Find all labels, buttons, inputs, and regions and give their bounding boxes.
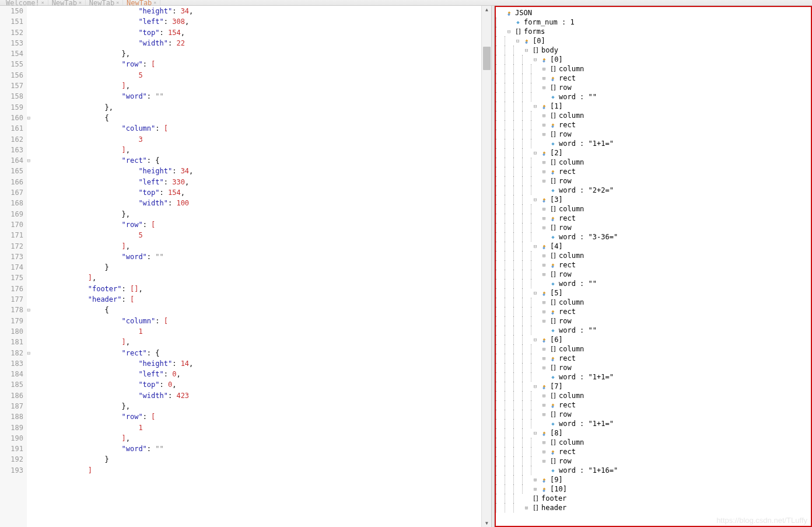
- expand-icon[interactable]: ⊞: [540, 167, 548, 176]
- collapse-icon[interactable]: ⊟: [531, 148, 540, 158]
- tree-node[interactable]: ⊞row: [496, 456, 811, 466]
- tree-node[interactable]: word : "": [496, 326, 811, 335]
- tree-node[interactable]: ⊞[10]: [496, 484, 811, 494]
- expand-icon[interactable]: ⊞: [540, 363, 548, 372]
- close-icon[interactable]: ✕: [41, 0, 44, 6]
- tree-node[interactable]: ⊞row: [496, 130, 811, 139]
- code-line[interactable]: },: [37, 209, 491, 219]
- tree-node[interactable]: ⊞rect: [496, 260, 811, 270]
- scroll-up-icon[interactable]: ▲: [484, 7, 489, 12]
- expand-icon[interactable]: ⊞: [540, 456, 548, 466]
- tree-node[interactable]: ⊞rect: [496, 307, 811, 316]
- code-line[interactable]: {: [37, 113, 491, 123]
- tree-node[interactable]: word : "1+1=": [496, 419, 811, 428]
- tab-2[interactable]: NewTab✕: [86, 0, 123, 6]
- json-tree-panel[interactable]: JSONform_num : 1⊟forms⊟[0]⊟body⊟[0]⊞colu…: [495, 6, 812, 527]
- code-line[interactable]: "top": 0,: [37, 379, 491, 390]
- tree-node[interactable]: ⊞column: [496, 111, 811, 120]
- code-line[interactable]: {: [37, 305, 491, 315]
- tree-node[interactable]: ⊞rect: [496, 167, 811, 176]
- code-line[interactable]: 1: [37, 423, 491, 433]
- close-icon[interactable]: ✕: [153, 0, 156, 6]
- code-editor[interactable]: 1501511521531541551561571581591601611621…: [0, 6, 491, 527]
- expand-icon[interactable]: ⊞: [540, 74, 548, 83]
- tree-node[interactable]: ⊞column: [496, 158, 811, 167]
- code-line[interactable]: "top": 154,: [37, 27, 491, 38]
- collapse-icon[interactable]: ⊟: [531, 195, 540, 204]
- expand-icon[interactable]: ⊞: [540, 120, 548, 130]
- collapse-icon[interactable]: ⊟: [531, 55, 540, 64]
- code-line[interactable]: ],: [37, 145, 491, 155]
- collapse-icon[interactable]: ⊟: [513, 36, 522, 46]
- tree-node[interactable]: ⊞row: [496, 270, 811, 279]
- tab-0[interactable]: Welcome!✕: [2, 0, 48, 6]
- scroll-thumb[interactable]: [483, 47, 491, 70]
- code-line[interactable]: }: [37, 454, 491, 465]
- tree-node[interactable]: word : "2+2=": [496, 186, 811, 195]
- tree-node[interactable]: ⊞[9]: [496, 475, 811, 484]
- code-line[interactable]: "rect": {: [37, 155, 491, 166]
- code-line[interactable]: "width": 423: [37, 390, 491, 401]
- expand-icon[interactable]: ⊞: [540, 270, 548, 279]
- expand-icon[interactable]: ⊞: [540, 223, 548, 232]
- tree-node[interactable]: ⊞column: [496, 251, 811, 260]
- tree-node[interactable]: word : "3-36=": [496, 232, 811, 242]
- code-line[interactable]: },: [37, 102, 491, 113]
- code-line[interactable]: "footer": [],: [37, 284, 491, 294]
- code-line[interactable]: "width": 100: [37, 198, 491, 208]
- code-line[interactable]: "top": 154,: [37, 187, 491, 198]
- tree-node[interactable]: ⊞row: [496, 316, 811, 326]
- tree-node[interactable]: ⊟[5]: [496, 288, 811, 298]
- code-line[interactable]: "column": [: [37, 316, 491, 326]
- tree-node[interactable]: ⊞column: [496, 438, 811, 447]
- code-line[interactable]: "word": "": [37, 91, 491, 102]
- expand-icon[interactable]: ⊞: [540, 391, 548, 400]
- expand-icon[interactable]: ⊞: [540, 438, 548, 447]
- tree-node[interactable]: ⊞row: [496, 83, 811, 92]
- code-line[interactable]: "row": [: [37, 59, 491, 69]
- tree-node[interactable]: ⊞rect: [496, 354, 811, 363]
- collapse-icon[interactable]: ⊟: [531, 288, 540, 298]
- tree-node[interactable]: word : "1+1=": [496, 372, 811, 382]
- collapse-icon[interactable]: ⊟: [505, 27, 513, 36]
- scroll-down-icon[interactable]: ▼: [484, 521, 489, 526]
- tree-node[interactable]: ⊟[1]: [496, 102, 811, 111]
- code-line[interactable]: 1: [37, 326, 491, 337]
- expand-icon[interactable]: ⊞: [540, 410, 548, 419]
- tree-node[interactable]: ⊟[4]: [496, 242, 811, 251]
- tree-node[interactable]: ⊞column: [496, 344, 811, 354]
- vertical-scrollbar[interactable]: ▲ ▼: [481, 6, 491, 527]
- code-line[interactable]: ],: [37, 241, 491, 252]
- expand-icon[interactable]: ⊞: [522, 503, 531, 512]
- tree-node[interactable]: ⊞rect: [496, 400, 811, 410]
- expand-icon[interactable]: ⊞: [540, 130, 548, 139]
- expand-icon[interactable]: ⊞: [540, 316, 548, 326]
- close-icon[interactable]: ✕: [79, 0, 82, 6]
- tree-node[interactable]: ⊞header: [496, 503, 811, 512]
- tree-node[interactable]: ⊞row: [496, 410, 811, 419]
- tree-node[interactable]: ⊞row: [496, 223, 811, 232]
- expand-icon[interactable]: ⊞: [540, 354, 548, 363]
- tree-node[interactable]: ⊟body: [496, 46, 811, 55]
- expand-icon[interactable]: ⊞: [540, 344, 548, 354]
- code-line[interactable]: "rect": {: [37, 348, 491, 358]
- collapse-icon[interactable]: ⊟: [531, 428, 540, 438]
- code-line[interactable]: }: [37, 262, 491, 273]
- expand-icon[interactable]: ⊞: [540, 251, 548, 260]
- code-line[interactable]: "left": 308,: [37, 16, 491, 27]
- code-line[interactable]: ],: [37, 337, 491, 347]
- expand-icon[interactable]: ⊞: [540, 400, 548, 410]
- expand-icon[interactable]: ⊞: [540, 447, 548, 456]
- tree-node[interactable]: ⊞row: [496, 176, 811, 186]
- code-line[interactable]: "width": 22: [37, 38, 491, 48]
- tree-node[interactable]: ⊟[2]: [496, 148, 811, 158]
- code-line[interactable]: "word": "": [37, 252, 491, 262]
- code-line[interactable]: 3: [37, 134, 491, 145]
- code-line[interactable]: "height": 34,: [37, 166, 491, 176]
- tree-node[interactable]: word : "1+16=": [496, 466, 811, 475]
- tree-node[interactable]: ⊞column: [496, 204, 811, 214]
- expand-icon[interactable]: ⊞: [531, 475, 540, 484]
- tree-node[interactable]: ⊞column: [496, 298, 811, 307]
- tree-node[interactable]: ⊞column: [496, 64, 811, 74]
- expand-icon[interactable]: ⊞: [540, 307, 548, 316]
